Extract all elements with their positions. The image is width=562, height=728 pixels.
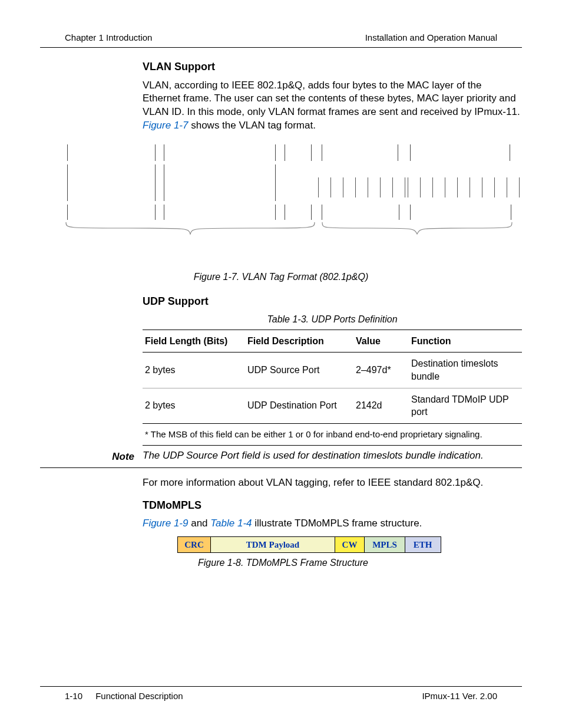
heading-tdmompls: TDMoMPLS <box>143 498 522 512</box>
tdm-mid: and <box>188 518 210 529</box>
td: Destination timeslots bundle <box>409 353 522 388</box>
link-table-1-4[interactable]: Table 1-4 <box>210 518 252 529</box>
td: UDP Destination Port <box>245 388 353 423</box>
header-manual: Installation and Operation Manual <box>365 32 497 44</box>
frame-cell-eth: ETH <box>405 536 441 553</box>
vlan-para-post: shows the VLAN tag format. <box>188 120 315 131</box>
caption-figure-1-8: Figure 1-8. TDMoMPLS Frame Structure <box>143 556 522 569</box>
th-field-length: Field Length (Bits) <box>143 330 245 353</box>
footer-page-number: 1-10 <box>65 690 93 702</box>
frame-cell-tdm: TDM Payload <box>210 536 335 553</box>
th-function: Function <box>409 330 522 353</box>
heading-vlan-support: VLAN Support <box>143 60 522 74</box>
td: 2 bytes <box>143 353 245 388</box>
heading-udp-support: UDP Support <box>143 294 522 308</box>
vlan-more-info: For more information about VLAN tagging,… <box>143 476 522 490</box>
td: UDP Source Port <box>245 353 353 388</box>
link-figure-1-9[interactable]: Figure 1-9 <box>143 518 188 529</box>
vlan-para-pre: VLAN, according to IEEE 802.1p&Q, adds f… <box>143 80 520 118</box>
header-chapter: Chapter 1 Introduction <box>65 32 152 44</box>
table-footnote: * The MSB of this field can be either 1 … <box>143 424 522 446</box>
footer-section: Functional Description <box>95 691 183 701</box>
brace-right <box>320 222 514 236</box>
caption-table-1-3: Table 1-3. UDP Ports Definition <box>143 313 522 326</box>
tdm-post: illustrate TDMoMPLS frame structure. <box>252 518 422 529</box>
figure-vlan-tag-format <box>40 144 522 239</box>
td: 2 bytes <box>143 388 245 423</box>
table-row: 2 bytes UDP Source Port 2–497d* Destinat… <box>143 353 522 388</box>
page-footer: 1-10 Functional Description IPmux-11 Ver… <box>40 686 522 702</box>
vlan-paragraph: VLAN, according to IEEE 802.1p&Q, adds f… <box>143 79 522 133</box>
page-header: Chapter 1 Introduction Installation and … <box>40 32 522 48</box>
tdm-paragraph: Figure 1-9 and Table 1-4 illustrate TDMo… <box>143 517 522 531</box>
td: 2142d <box>353 388 409 423</box>
figure-tdmompls-frame: CRC TDM Payload CW MPLS ETH <box>178 536 441 553</box>
link-figure-1-7[interactable]: Figure 1-7 <box>143 120 188 131</box>
frame-cell-mpls: MPLS <box>364 536 405 553</box>
th-field-description: Field Description <box>245 330 353 353</box>
frame-cell-crc: CRC <box>177 536 211 553</box>
note-label: Note <box>112 451 134 462</box>
note-block: Note The UDP Source Port field is used f… <box>40 446 522 468</box>
td: 2–497d* <box>353 353 409 388</box>
table-header-row: Field Length (Bits) Field Description Va… <box>143 330 522 353</box>
note-text: The UDP Source Port field is used for de… <box>143 449 522 464</box>
td: Standard TDMoIP UDP port <box>409 388 522 423</box>
caption-figure-1-7: Figure 1-7. VLAN Tag Format (802.1p&Q) <box>40 271 522 284</box>
frame-cell-cw: CW <box>335 536 365 553</box>
footer-product: IPmux-11 Ver. 2.00 <box>422 690 497 702</box>
brace-left <box>64 222 317 236</box>
table-row: 2 bytes UDP Destination Port 2142d Stand… <box>143 388 522 423</box>
table-udp-ports: Field Length (Bits) Field Description Va… <box>143 330 522 424</box>
th-value: Value <box>353 330 409 353</box>
